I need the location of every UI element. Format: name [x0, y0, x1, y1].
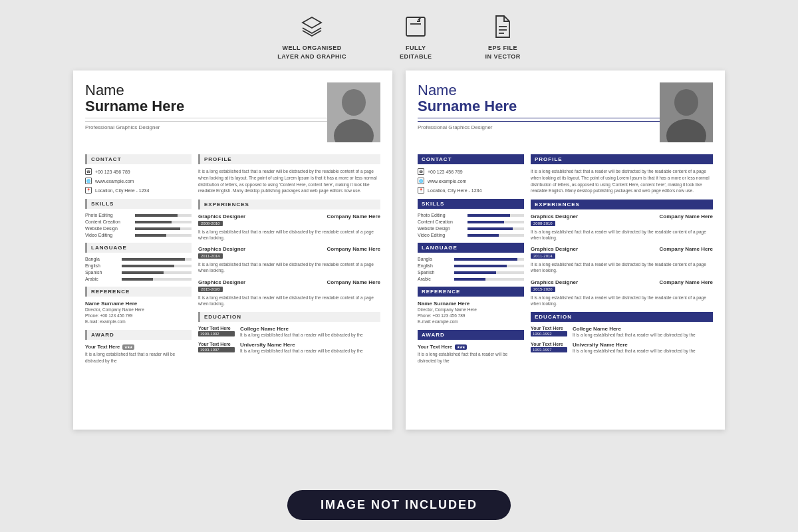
exp-item: Company Name Here Graphics Designer 2011…: [531, 246, 713, 273]
resume-1-ref-phone: Phone: +00 123 456 789: [85, 313, 192, 319]
phone-icon-2: ☎: [418, 168, 424, 175]
resume-1-name-first: Name: [85, 82, 327, 98]
feature-layers: WELL ORGANISEDLAYER AND GRAPHIC: [277, 13, 346, 61]
resume-2-skills-header: SKILLS: [418, 199, 524, 209]
location-icon: 📍: [85, 187, 92, 194]
feature-editable: FULLYEDITABLE: [400, 13, 432, 61]
edu-item: Your Text Here 1993-1997 University Name…: [531, 342, 713, 354]
svg-point-7: [342, 89, 366, 116]
lang-item: Bangla: [85, 257, 192, 261]
resume-1-award-name: Your Text Here ★★★: [85, 344, 192, 350]
exp-item: Company Name Here Graphics Designer 2008…: [198, 213, 380, 241]
resume-2-award-text: It is a long established fact that a rea…: [418, 351, 524, 363]
resume-1-profile-text: It is a long established fact that a rea…: [198, 168, 380, 194]
resume-1-left: CONTACT ☎ +00 123 456 789 🌐 www.example.…: [85, 149, 192, 363]
resume-1-education: Your Text Here 1990-1992 College Name He…: [198, 326, 380, 354]
resume-2-right: PROFILE It is a long established fact th…: [531, 149, 713, 363]
resume-1-skills: Photo Editing Content Creation Website D…: [85, 213, 192, 237]
svg-point-10: [674, 89, 698, 116]
feature-eps-label: EPS FILEIN VECTOR: [485, 44, 520, 61]
feature-editable-label: FULLYEDITABLE: [400, 44, 432, 61]
skill-item: Photo Editing: [418, 213, 524, 217]
resumes-area: Name Surname Here Professional Graphics …: [0, 70, 798, 430]
exp-item: Company Name Here Graphics Designer 2015…: [198, 279, 380, 307]
award-badge-1: ★★★: [122, 344, 134, 350]
resume-2-left: CONTACT ☎ +00 123 456 789 🌐 www.example.…: [418, 149, 524, 363]
resume-2-header: Name Surname Here Professional Graphics …: [418, 82, 713, 142]
resume-2-profile-header: PROFILE: [531, 154, 713, 164]
resume-1: Name Surname Here Professional Graphics …: [73, 70, 392, 430]
exp-item: Company Name Here Graphics Designer 2008…: [531, 213, 713, 241]
skill-item: Video Editing: [85, 233, 192, 237]
resume-2-name-last: Surname Here: [418, 98, 660, 114]
layers-icon: [299, 13, 325, 40]
edu-item: Your Text Here 1993-1997 University Name…: [198, 342, 380, 354]
exp-item: Company Name Here Graphics Designer 2011…: [198, 246, 380, 273]
resume-1-location: 📍 Location, City Here - 1234: [85, 187, 192, 194]
resume-1-contact-header: CONTACT: [85, 154, 192, 164]
resume-2-ref-email: E-mail: example.com: [418, 319, 524, 325]
resume-1-award-text: It is a long established fact that a rea…: [85, 351, 192, 363]
lang-item: Arabic: [85, 277, 192, 281]
resume-2-skills: Photo Editing Content Creation Website D…: [418, 213, 524, 237]
resume-2-body: CONTACT ☎ +00 123 456 789 🌐 www.example.…: [418, 149, 713, 363]
resume-1-header: Name Surname Here Professional Graphics …: [85, 82, 380, 142]
resume-1-award-header: AWARD: [85, 330, 192, 340]
resume-2-photo: [660, 82, 713, 142]
resume-2-language: Bangla English Spanish Arabic: [418, 257, 524, 281]
resume-2-phone: ☎ +00 123 456 789: [418, 168, 524, 175]
resume-2-ref-phone: Phone: +00 123 456 789: [418, 313, 524, 319]
resume-1-title: Professional Graphics Designer: [85, 121, 327, 130]
edu-item: Your Text Here 1990-1992 College Name He…: [531, 326, 713, 338]
skill-item: Website Design: [85, 226, 192, 231]
resume-1-photo: [327, 82, 380, 142]
resume-1-name-last: Surname Here: [85, 98, 327, 114]
skill-item: Photo Editing: [85, 213, 192, 217]
edu-item: Your Text Here 1990-1992 College Name He…: [198, 326, 380, 338]
resume-1-lang-header: LANGUAGE: [85, 243, 192, 253]
resume-2-lang-header: LANGUAGE: [418, 243, 524, 253]
resume-1-phone: ☎ +00 123 456 789: [85, 168, 192, 175]
resume-2-ref-content: Name Surname Here Director, Company Name…: [418, 301, 524, 325]
skill-item: Video Editing: [418, 233, 524, 237]
resume-1-profile-header: PROFILE: [198, 154, 380, 164]
resume-1-exp-header: EXPERIENCES: [198, 200, 380, 209]
web-icon: 🌐: [85, 178, 92, 184]
resume-2-profile-text: It is a long established fact that a rea…: [531, 168, 713, 194]
feature-layers-label: WELL ORGANISEDLAYER AND GRAPHIC: [277, 44, 346, 61]
resume-2-education: Your Text Here 1990-1992 College Name He…: [531, 326, 713, 354]
skill-item: Website Design: [418, 226, 524, 231]
resume-2: Name Surname Here Professional Graphics …: [406, 70, 725, 430]
lang-item: Arabic: [418, 277, 524, 281]
skill-item: Content Creation: [85, 219, 192, 224]
resume-2-name-first: Name: [418, 82, 660, 98]
phone-icon: ☎: [85, 168, 92, 175]
location-icon-2: 📍: [418, 187, 424, 194]
resume-1-name: Name Surname Here Professional Graphics …: [85, 82, 327, 130]
resume-1-website: 🌐 www.example.com: [85, 178, 192, 184]
svg-rect-1: [406, 17, 425, 36]
resume-2-location: 📍 Location, City Here - 1234: [418, 187, 524, 194]
resume-1-ref-header: REFERENCE: [85, 287, 192, 297]
resume-1-experiences: Company Name Here Graphics Designer 2008…: [198, 213, 380, 307]
resume-1-edu-header: EDUCATION: [198, 312, 380, 322]
resume-2-contact-header: CONTACT: [418, 154, 524, 164]
resume-2-award-header: AWARD: [418, 330, 524, 340]
lang-item: Spanish: [418, 270, 524, 275]
lang-item: English: [418, 263, 524, 268]
svg-marker-0: [303, 17, 321, 28]
resume-2-name: Name Surname Here Professional Graphics …: [418, 82, 660, 130]
feature-eps: EPS FILEIN VECTOR: [485, 13, 520, 61]
lang-item: English: [85, 263, 192, 268]
edit-icon: [402, 13, 429, 40]
web-icon-2: 🌐: [418, 178, 424, 184]
resume-2-experiences: Company Name Here Graphics Designer 2008…: [531, 213, 713, 307]
resume-2-exp-header: EXPERIENCES: [531, 200, 713, 209]
resume-1-body: CONTACT ☎ +00 123 456 789 🌐 www.example.…: [85, 149, 380, 363]
resume-2-ref-header: REFERENCE: [418, 287, 524, 297]
exp-item: Company Name Here Graphics Designer 2015…: [531, 279, 713, 307]
file-icon: [489, 13, 516, 40]
resume-2-title: Professional Graphics Designer: [418, 121, 660, 130]
resume-1-right: PROFILE It is a long established fact th…: [198, 149, 380, 363]
resume-2-award-name: Your Text Here ★★★: [418, 344, 524, 350]
